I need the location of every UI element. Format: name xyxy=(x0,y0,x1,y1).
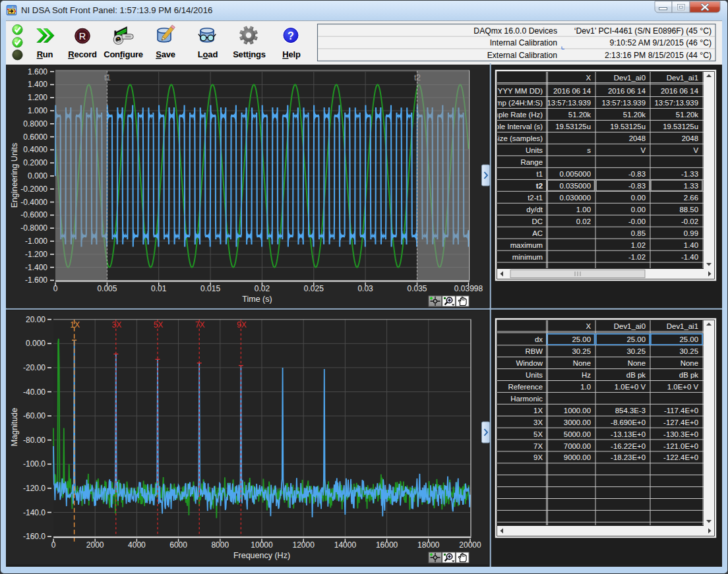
svg-text:3000.00: 3000.00 xyxy=(564,418,591,426)
svg-text:0.030000: 0.030000 xyxy=(559,194,591,202)
svg-text:-60.00: -60.00 xyxy=(23,411,46,420)
svg-text:Reference: Reference xyxy=(508,383,543,391)
svg-text:Range: Range xyxy=(520,158,543,166)
svg-text:-1.600: -1.600 xyxy=(25,275,47,285)
svg-text:30.25: 30.25 xyxy=(679,347,698,355)
svg-text:-13.13E+0: -13.13E+0 xyxy=(611,430,646,438)
svg-text:0.85: 0.85 xyxy=(631,229,646,237)
svg-text:2.66: 2.66 xyxy=(684,194,698,202)
svg-text:‘Dev1’ PCI-4461 (S/N E0896F) (: ‘Dev1’ PCI-4461 (S/N E0896F) (45 °C) xyxy=(574,26,712,36)
svg-text:1.000: 1.000 xyxy=(28,106,47,115)
svg-text:t2: t2 xyxy=(536,182,543,190)
svg-text:7000.00: 7000.00 xyxy=(564,442,591,450)
svg-text:Size (samples): Size (samples) xyxy=(493,134,543,142)
svg-text:Configure: Configure xyxy=(104,49,143,59)
svg-text:2048: 2048 xyxy=(629,134,646,142)
svg-text:-8.690E+0: -8.690E+0 xyxy=(611,418,646,426)
svg-text:-0.00: -0.00 xyxy=(628,217,646,225)
svg-text:1X: 1X xyxy=(533,407,543,415)
svg-text:1.33: 1.33 xyxy=(684,182,698,190)
svg-text:19.53125u: 19.53125u xyxy=(610,123,646,130)
svg-text:25.00: 25.00 xyxy=(572,335,591,343)
svg-text:-1.33: -1.33 xyxy=(681,170,698,178)
svg-text:1.600: 1.600 xyxy=(28,67,47,76)
svg-text:1.40: 1.40 xyxy=(684,241,698,249)
svg-text:RBW: RBW xyxy=(525,347,543,355)
svg-text:t2-t1: t2-t1 xyxy=(528,194,543,202)
svg-text:0.8000: 0.8000 xyxy=(23,119,47,129)
svg-text:Time (s): Time (s) xyxy=(242,295,272,304)
svg-text:t1: t1 xyxy=(104,73,111,82)
svg-text:854.3E-3: 854.3E-3 xyxy=(615,407,646,415)
svg-text:7X: 7X xyxy=(533,442,543,450)
svg-text:2016 06 14: 2016 06 14 xyxy=(661,87,698,95)
svg-text:Engineering Units: Engineering Units xyxy=(10,143,19,208)
svg-text:19.53125u: 19.53125u xyxy=(555,123,591,130)
svg-text:0.005000: 0.005000 xyxy=(559,170,591,178)
svg-text:X: X xyxy=(586,74,591,82)
svg-text:Run: Run xyxy=(37,49,53,59)
svg-text:1X: 1X xyxy=(70,320,80,330)
svg-text:3X: 3X xyxy=(111,320,121,330)
svg-text:Magnitude: Magnitude xyxy=(10,408,19,446)
svg-text:Help: Help xyxy=(282,49,301,59)
svg-text:9:10:52 AM 9/1/2015 (46 °C): 9:10:52 AM 9/1/2015 (46 °C) xyxy=(609,38,712,47)
svg-text:-0.8000: -0.8000 xyxy=(20,223,47,233)
svg-text:-80.00: -80.00 xyxy=(23,436,46,445)
svg-text:minimum: minimum xyxy=(512,253,543,261)
svg-text:13:57:13.939: 13:57:13.939 xyxy=(547,99,591,107)
svg-text:X: X xyxy=(586,322,591,330)
svg-text:0.00: 0.00 xyxy=(631,206,646,214)
svg-text:-0.02: -0.02 xyxy=(681,217,698,225)
svg-text:dx: dx xyxy=(535,335,543,343)
svg-text:9X: 9X xyxy=(237,320,247,330)
svg-text:-120.0: -120.0 xyxy=(23,484,46,493)
svg-text:Units: Units xyxy=(526,371,543,379)
svg-text:25.00: 25.00 xyxy=(679,335,698,343)
svg-text:20.00: 20.00 xyxy=(26,315,46,324)
svg-text:0.02: 0.02 xyxy=(576,217,591,225)
svg-text:t2: t2 xyxy=(414,73,421,82)
svg-text:0.99: 0.99 xyxy=(684,229,698,237)
svg-text:3X: 3X xyxy=(533,418,543,426)
svg-text:7X: 7X xyxy=(195,320,205,330)
svg-text:1000.00: 1000.00 xyxy=(564,407,591,415)
svg-text:0.6000: 0.6000 xyxy=(23,132,47,142)
svg-text:V: V xyxy=(640,146,646,154)
svg-text:AC: AC xyxy=(532,229,543,237)
svg-text:-40.00: -40.00 xyxy=(23,387,46,397)
svg-text:-0.4000: -0.4000 xyxy=(20,198,47,207)
svg-text:5X: 5X xyxy=(154,320,164,330)
svg-text:2:13:16 PM 8/15/2015 (44 °C): 2:13:16 PM 8/15/2015 (44 °C) xyxy=(605,51,712,60)
svg-text:51.20k: 51.20k xyxy=(568,111,592,119)
svg-text:-1.02: -1.02 xyxy=(628,253,646,261)
svg-text:2016 06 14: 2016 06 14 xyxy=(553,87,591,95)
svg-text:Settings: Settings xyxy=(233,49,266,59)
svg-text:Harmonic: Harmonic xyxy=(510,395,543,403)
svg-text:Record: Record xyxy=(68,49,97,59)
svg-text:1.0: 1.0 xyxy=(580,383,591,391)
svg-text:-0.83: -0.83 xyxy=(628,182,646,190)
svg-text:25.00: 25.00 xyxy=(626,335,646,343)
svg-text:Dev1_ai0: Dev1_ai0 xyxy=(614,74,646,82)
svg-text:-1.40: -1.40 xyxy=(681,253,698,261)
svg-text:9X: 9X xyxy=(533,453,543,461)
svg-text:-1.200: -1.200 xyxy=(25,250,47,259)
svg-text:Frequency (Hz): Frequency (Hz) xyxy=(233,551,290,560)
svg-text:-117.4E+0: -117.4E+0 xyxy=(664,407,698,415)
svg-text:Window: Window xyxy=(516,359,543,367)
svg-text:0.000: 0.000 xyxy=(26,339,46,348)
svg-text:5X: 5X xyxy=(533,430,543,438)
svg-text:?: ? xyxy=(288,30,294,42)
svg-text:V: V xyxy=(693,146,698,154)
svg-text:1.0E+0 V: 1.0E+0 V xyxy=(667,383,699,391)
svg-text:R: R xyxy=(79,31,86,42)
svg-text:-160.0: -160.0 xyxy=(23,532,46,541)
svg-text:-127.4E+0: -127.4E+0 xyxy=(663,418,698,426)
svg-text:0.000: 0.000 xyxy=(28,171,47,181)
svg-text:Dev1_ai1: Dev1_ai1 xyxy=(667,74,698,82)
svg-text:19.53125u: 19.53125u xyxy=(663,123,698,130)
svg-text:dB pk: dB pk xyxy=(626,371,646,379)
svg-text:Load: Load xyxy=(198,49,218,59)
svg-text:2048: 2048 xyxy=(682,134,698,142)
